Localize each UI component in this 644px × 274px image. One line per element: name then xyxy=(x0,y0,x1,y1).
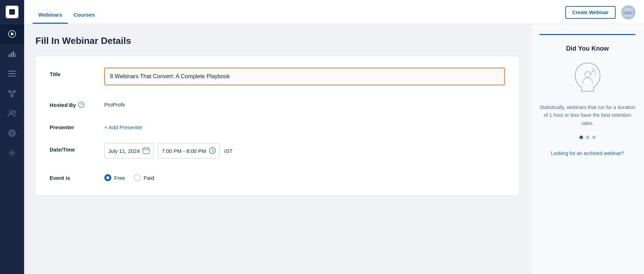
svg-point-10 xyxy=(9,91,11,92)
svg-point-16 xyxy=(10,110,12,113)
info-illustration xyxy=(570,59,605,96)
hosted-by-help-icon[interactable]: ? xyxy=(78,102,84,108)
content-area: Fill In Webinar Details Title Hosted By … xyxy=(24,24,644,274)
svg-rect-28 xyxy=(143,148,149,154)
topnav-right: Create Webinar IMG xyxy=(565,5,635,24)
radio-paid-label: Paid xyxy=(144,175,154,181)
create-webinar-button[interactable]: Create Webinar xyxy=(565,6,616,19)
carousel-dot-2[interactable] xyxy=(586,136,589,139)
clock-icon xyxy=(209,147,216,155)
add-presenter-link[interactable]: + Add Presenter xyxy=(104,121,143,130)
sidebar-item-analytics[interactable] xyxy=(0,44,24,64)
tab-courses[interactable]: Courses xyxy=(68,12,100,24)
did-you-know-title: Did You Know xyxy=(566,45,609,52)
event-is-options: Free Paid xyxy=(104,171,154,181)
main-content: Webinars Courses Create Webinar IMG Fill… xyxy=(24,0,644,274)
info-panel-accent-line xyxy=(539,34,635,35)
hosted-by-row: Hosted By ? ProProfs xyxy=(50,98,505,108)
date-value: July 11, 2024 xyxy=(108,148,140,154)
presenter-label: Presenter xyxy=(50,121,96,130)
time-input-box[interactable]: 7:00 PM - 8:00 PM xyxy=(158,143,220,159)
event-is-row: Event is Free Paid xyxy=(50,171,505,181)
svg-rect-7 xyxy=(8,73,16,74)
svg-rect-2 xyxy=(9,55,10,57)
svg-point-19 xyxy=(11,132,13,135)
sidebar-item-list[interactable] xyxy=(0,64,24,84)
time-value: 7:00 PM - 8:00 PM xyxy=(162,148,206,154)
sidebar xyxy=(0,0,24,274)
carousel-dots xyxy=(579,136,596,139)
svg-text:IMG: IMG xyxy=(624,11,633,16)
calendar-icon xyxy=(143,147,150,155)
topnav-tabs: Webinars Courses xyxy=(33,12,100,24)
tab-webinars[interactable]: Webinars xyxy=(33,12,68,24)
svg-rect-8 xyxy=(8,76,16,76)
datetime-label: Date/Time xyxy=(50,143,96,153)
radio-free-circle xyxy=(104,174,111,181)
title-input[interactable] xyxy=(104,68,505,85)
archived-webinar-link[interactable]: Looking for an archived webinar? xyxy=(551,150,624,156)
timezone-value: IST xyxy=(224,148,232,154)
svg-rect-6 xyxy=(8,71,16,72)
info-text: Statistically, webinars that run for a d… xyxy=(539,103,635,127)
page-title: Fill In Webinar Details xyxy=(35,35,519,46)
radio-paid-circle xyxy=(134,174,141,181)
datetime-row: Date/Time July 11, 2024 xyxy=(50,143,505,159)
sidebar-item-webinars[interactable] xyxy=(0,24,24,44)
svg-rect-5 xyxy=(15,53,16,57)
title-label: Title xyxy=(50,68,96,77)
svg-point-17 xyxy=(13,111,16,113)
sidebar-item-settings[interactable] xyxy=(0,143,24,163)
svg-marker-1 xyxy=(11,32,14,36)
hosted-by-value: ProProfs xyxy=(104,98,125,108)
sidebar-item-integrations[interactable] xyxy=(0,84,24,103)
radio-paid[interactable]: Paid xyxy=(134,174,154,181)
svg-point-36 xyxy=(592,69,595,72)
svg-point-12 xyxy=(11,96,13,97)
svg-rect-3 xyxy=(11,53,12,57)
user-avatar[interactable]: IMG xyxy=(621,5,635,19)
datetime-group: July 11, 2024 7:00 P xyxy=(104,143,233,159)
svg-point-11 xyxy=(14,91,16,92)
title-row: Title xyxy=(50,68,505,85)
radio-free-label: Free xyxy=(114,175,125,181)
carousel-dot-1[interactable] xyxy=(579,136,583,139)
sidebar-logo xyxy=(0,0,24,24)
form-card: Title Hosted By ? ProProfs Presenter xyxy=(35,56,519,195)
svg-point-35 xyxy=(585,72,590,77)
sidebar-item-users[interactable] xyxy=(0,103,24,123)
form-panel: Fill In Webinar Details Title Hosted By … xyxy=(24,24,531,274)
svg-point-24 xyxy=(11,152,13,154)
svg-rect-4 xyxy=(13,51,14,57)
hosted-by-label: Hosted By ? xyxy=(50,98,96,108)
radio-free[interactable]: Free xyxy=(104,174,125,181)
event-is-label: Event is xyxy=(50,171,96,181)
carousel-dot-3[interactable] xyxy=(592,136,596,139)
sidebar-item-support[interactable] xyxy=(0,123,24,143)
presenter-row: Presenter + Add Presenter xyxy=(50,121,505,130)
date-input-box[interactable]: July 11, 2024 xyxy=(104,143,154,159)
svg-line-34 xyxy=(212,150,214,152)
topnav: Webinars Courses Create Webinar IMG xyxy=(24,0,644,24)
info-panel: Did You Know Statistically, webinars tha… xyxy=(531,24,644,274)
